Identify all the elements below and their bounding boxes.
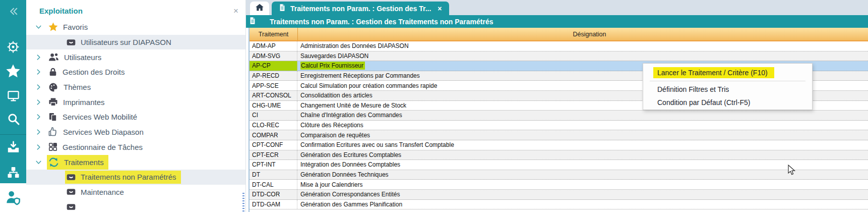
table-row-dt-cal[interactable]: DT-CALMise à jour Calendriers <box>250 180 868 190</box>
sidebar-item-utilisateurs[interactable]: Utilisateurs <box>26 49 245 65</box>
chevron-right-icon[interactable] <box>35 69 42 75</box>
tab-close-icon[interactable]: × <box>438 5 442 13</box>
sidebar-item-utilisateurs-sur-diapason[interactable]: Utilisateurs sur DIAPASON <box>26 35 245 50</box>
table-row-ci[interactable]: CIChaîne d'Intégration des Commandes <box>250 111 868 121</box>
tab-traitements-non-param[interactable]: Traitements non Param. : Gestion des Tr.… <box>272 2 449 15</box>
collapse-panel-button[interactable] <box>0 5 26 19</box>
chevron-down-icon[interactable] <box>35 159 42 166</box>
sidebar-item-traitements-non-parametres[interactable]: Traitements non Paramétrés <box>26 170 245 185</box>
cell-designation: Mise à jour Calendriers <box>297 180 868 189</box>
tree-item-label: Imprimantes <box>63 98 105 107</box>
card-icon <box>66 37 76 47</box>
table-row-adm-ap[interactable]: ADM-APAdministration des Données DIAPASO… <box>250 41 868 51</box>
table-row-dt[interactable]: DTGénération Données Techniques <box>250 170 868 180</box>
table-row-cpt-int[interactable]: CPT-INTIntégration des Données Comptable… <box>250 160 868 170</box>
search-button[interactable] <box>0 112 26 127</box>
sidebar-item-imprimantes[interactable]: Imprimantes <box>26 94 245 110</box>
lock-icon <box>48 67 58 77</box>
table-row-dtd-gam[interactable]: DTD-GAMGénération des Gammes Planificati… <box>250 200 868 210</box>
card-icon <box>66 187 76 197</box>
cell-traitement: CPT-ECR <box>250 150 297 160</box>
star-icon <box>48 22 58 32</box>
tree-item-content: Thèmes <box>47 80 95 94</box>
search-match-highlight: Calcul Prix Fournisseur <box>300 62 365 70</box>
tree-item-label: Traitements non Paramétrés <box>81 173 176 181</box>
table-row-adm-svg[interactable]: ADM-SVGSauvegardes DIAPASON <box>250 51 868 62</box>
chevron-right-icon[interactable] <box>35 129 42 135</box>
chevron-right-icon[interactable] <box>35 84 42 90</box>
tab-home[interactable] <box>250 2 269 15</box>
tree-item-content: Services Web Mobilité <box>47 111 142 124</box>
user-security-button[interactable] <box>0 189 26 207</box>
table-row-dtd-cor[interactable]: DTD-CORGénération Correspondances Entité… <box>250 190 868 200</box>
sidebar-item-services-web-mobilite[interactable]: Services Web Mobilité <box>26 110 245 125</box>
document-icon <box>249 17 256 26</box>
cell-traitement: CPT-CONF <box>250 140 297 150</box>
grid-header-row: Traitement Désignation <box>250 28 868 41</box>
tree-item-label: Utilisateurs <box>64 53 101 62</box>
cell-traitement: COMPAR <box>250 130 297 140</box>
settings-wheel-button[interactable] <box>0 40 26 56</box>
modules-org-button[interactable] <box>0 165 26 181</box>
table-row-clo-rec[interactable]: CLO-RECClôture des Réceptions <box>250 121 868 131</box>
sidebar-item-services-web-diapason[interactable]: Services Web Diapason <box>26 125 245 140</box>
cell-traitement: DT-CAL <box>250 180 297 189</box>
display-monitor-button[interactable] <box>0 89 26 104</box>
sidebar-item-item[interactable] <box>26 199 245 212</box>
menu-item-condition-par-defaut-ctrl-f5[interactable]: Condition par Défaut (Ctrl-F5) <box>643 96 812 109</box>
sidebar-title: Exploitation <box>39 7 83 15</box>
cell-designation: Comparaison de requêtes <box>297 130 868 140</box>
thumb-up-icon <box>48 127 58 137</box>
cell-traitement: APP-SCE <box>250 81 297 90</box>
chevron-right-icon[interactable] <box>35 144 42 150</box>
rail-divider <box>0 134 26 135</box>
data-grid: Traitement Désignation ADM-APAdministrat… <box>249 28 868 212</box>
menu-item-lancer-le-traitement-critere-f10[interactable]: Lancer le Traitement / Critère (F10) <box>643 66 812 79</box>
menu-item-definition-filtres-et-tris[interactable]: Définition Filtres et Tris <box>643 83 812 96</box>
tree-item-content: Services Web Diapason <box>47 125 148 139</box>
tree-item-label: Maintenance <box>81 188 124 196</box>
column-header-designation[interactable]: Désignation <box>298 28 868 40</box>
palette-icon <box>48 82 59 93</box>
sidebar-close-icon[interactable]: × <box>233 7 238 15</box>
favorites-star-button[interactable] <box>0 64 26 81</box>
sidebar-scrollbar[interactable] <box>242 193 244 212</box>
chevron-right-icon[interactable] <box>35 99 42 105</box>
sidebar-item-themes[interactable]: Thèmes <box>26 80 245 95</box>
table-row-compar[interactable]: COMPARComparaison de requêtes <box>250 130 868 140</box>
cell-traitement: DTD-COR <box>250 190 297 199</box>
view-title-bar: Traitements non Param. : Gestion des Tra… <box>245 15 868 28</box>
navigation-tree: FavorisUtilisateurs sur DIAPASONUtilisat… <box>26 20 245 212</box>
tree-item-content: Gestion des Droits <box>47 66 129 79</box>
cell-traitement: DTD-GAM <box>250 200 297 209</box>
table-row-cpt-conf[interactable]: CPT-CONFConfirmation Ecritures avec ou s… <box>250 140 868 150</box>
cell-designation: Sauvegardes DIAPASON <box>297 51 868 61</box>
tree-item-content: Utilisateurs sur DIAPASON <box>65 36 176 49</box>
chevron-right-icon[interactable] <box>35 114 42 120</box>
cell-designation: Intégration des Données Comptables <box>297 160 868 170</box>
mobile-pages-icon <box>48 112 58 122</box>
chevron-right-icon[interactable] <box>35 54 42 61</box>
home-icon <box>255 3 265 15</box>
sidebar-item-gestion-des-droits[interactable]: Gestion des Droits <box>26 65 245 80</box>
tree-item-content: Traitements non Paramétrés <box>65 171 181 184</box>
users-icon <box>48 51 59 63</box>
cell-traitement: ART-CONSOL <box>250 91 297 100</box>
document-icon <box>279 4 286 13</box>
sidebar-item-traitements[interactable]: Traitements <box>26 154 245 170</box>
column-header-traitement[interactable]: Traitement <box>250 28 298 40</box>
cell-traitement: ADM-SVG <box>250 51 297 61</box>
collapse-panel-icon <box>8 6 19 19</box>
settings-wheel-icon <box>7 40 20 56</box>
import-tray-button[interactable] <box>0 140 26 156</box>
sidebar-item-favoris[interactable]: Favoris <box>26 20 245 35</box>
cell-traitement: AP-CP <box>250 61 297 71</box>
cell-traitement: AP-RECD <box>250 71 297 81</box>
chevron-down-icon[interactable] <box>35 24 42 30</box>
table-row-cpt-ecr[interactable]: CPT-ECRGénération des Ecritures Comptabl… <box>250 150 868 161</box>
cell-designation: Génération des Gammes Planification <box>297 200 868 209</box>
sidebar-item-maintenance[interactable]: Maintenance <box>26 185 245 200</box>
icon-rail-teal-section <box>0 0 26 183</box>
tree-item-content <box>65 200 81 212</box>
sidebar-item-gestionnaire-de-taches[interactable]: Gestionnaire de Tâches <box>26 140 245 155</box>
